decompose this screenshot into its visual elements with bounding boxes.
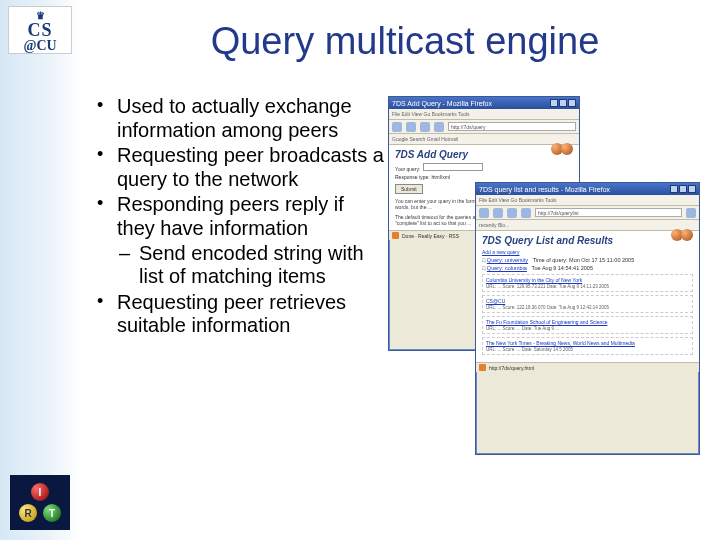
ball-t: T bbox=[43, 504, 61, 522]
window-titlebar: 7DS query list and results - Mozilla Fir… bbox=[476, 183, 699, 195]
ball-r: R bbox=[19, 504, 37, 522]
mascot-icon bbox=[669, 225, 695, 245]
window-title: 7DS Add Query - Mozilla Firefox bbox=[392, 100, 492, 107]
address-bar: http://7ds/querylist bbox=[535, 208, 682, 217]
maximize-icon bbox=[679, 185, 687, 193]
reload-icon bbox=[507, 208, 517, 218]
window-titlebar: 7DS Add Query - Mozilla Firefox bbox=[389, 97, 579, 109]
menubar: File Edit View Go Bookmarks Tools bbox=[476, 195, 699, 206]
logo-irt: I R T bbox=[10, 475, 70, 530]
result-link: The Fu Foundation School of Engineering … bbox=[486, 319, 689, 325]
result-meta: URL: ... Score: 129.95.73.221 Date: Tue … bbox=[486, 284, 609, 289]
status-text: Done · Really Easy · RSS bbox=[402, 233, 459, 239]
label-query: Your query: bbox=[395, 166, 420, 172]
bookmark-icon bbox=[686, 208, 696, 218]
bullet: Used to actually exchange information am… bbox=[95, 95, 385, 142]
query-label: Query: columbia bbox=[487, 265, 527, 271]
status-text: http://7ds/query.html bbox=[489, 365, 534, 371]
slide-body: Used to actually exchange information am… bbox=[95, 95, 385, 340]
query-label: Query: university bbox=[487, 257, 528, 263]
screenshot-query-list: 7DS query list and results - Mozilla Fir… bbox=[475, 182, 700, 455]
result-meta: URL: ... Score: 122.18.36.070 Date: Tue … bbox=[486, 305, 609, 310]
rss-icon bbox=[392, 232, 399, 239]
query-input bbox=[423, 163, 483, 171]
home-icon bbox=[521, 208, 531, 218]
submit-button: Submit bbox=[395, 184, 423, 194]
window-title: 7DS query list and results - Mozilla Fir… bbox=[479, 186, 610, 193]
bullet-text: Responding peers reply if they have info… bbox=[117, 193, 344, 239]
menubar: File Edit View Go Bookmarks Tools bbox=[389, 109, 579, 120]
logo-line2: @CU bbox=[9, 39, 71, 53]
close-icon bbox=[688, 185, 696, 193]
query-time: Tue Aug 9 14:54:41 2005 bbox=[531, 265, 593, 271]
response-value: html/xml bbox=[431, 174, 450, 180]
status-bar: http://7ds/query.html bbox=[476, 362, 699, 372]
window-buttons bbox=[670, 185, 696, 193]
result-meta: URL: ... Score: ... Date: Tue Aug 9 ... bbox=[486, 326, 559, 331]
page-body: 7DS Query List and Results Add a new que… bbox=[476, 231, 699, 362]
minimize-icon bbox=[550, 99, 558, 107]
query-row: □ Query: university Time of query: Mon O… bbox=[482, 257, 693, 263]
result-link: CS@CU bbox=[486, 298, 689, 304]
result-item: The Fu Foundation School of Engineering … bbox=[482, 316, 693, 334]
add-query-link: Add a new query bbox=[482, 249, 520, 255]
bullet: Responding peers reply if they have info… bbox=[95, 193, 385, 288]
sub-bullet: Send encoded string with list of matchin… bbox=[117, 242, 385, 289]
query-time: Time of query: Mon Oct 17 15:11:00 2005 bbox=[533, 257, 635, 263]
back-icon bbox=[479, 208, 489, 218]
nav-toolbar: http://7ds/query bbox=[389, 120, 579, 134]
logo-line1: CS bbox=[9, 21, 71, 39]
query-row: □ Query: columbia Tue Aug 9 14:54:41 200… bbox=[482, 265, 693, 271]
address-bar: http://7ds/query bbox=[448, 122, 576, 131]
nav-toolbar: http://7ds/querylist bbox=[476, 206, 699, 220]
reload-icon bbox=[420, 122, 430, 132]
slide-title: Query multicast engine bbox=[110, 20, 700, 63]
sidebar-gradient bbox=[0, 0, 80, 540]
result-item: CS@CU URL: ... Score: 122.18.36.070 Date… bbox=[482, 295, 693, 313]
logo-cs-cu: ♛ CS @CU bbox=[8, 6, 72, 54]
page-heading: 7DS Add Query bbox=[395, 149, 573, 160]
result-link: The New York Times - Breaking News, Worl… bbox=[486, 340, 689, 346]
bullet: Requesting peer broadcasts a query to th… bbox=[95, 144, 385, 191]
forward-icon bbox=[493, 208, 503, 218]
home-icon bbox=[434, 122, 444, 132]
back-icon bbox=[392, 122, 402, 132]
result-link: Columbia University in the City of New Y… bbox=[486, 277, 689, 283]
result-meta: URL: ... Score: ... Date: Saturday 14 5 … bbox=[486, 347, 573, 352]
mascot-icon bbox=[549, 139, 575, 159]
maximize-icon bbox=[559, 99, 567, 107]
close-icon bbox=[568, 99, 576, 107]
minimize-icon bbox=[670, 185, 678, 193]
page-heading: 7DS Query List and Results bbox=[482, 235, 693, 246]
result-item: Columbia University in the City of New Y… bbox=[482, 274, 693, 292]
window-buttons bbox=[550, 99, 576, 107]
label-response: Response type: bbox=[395, 174, 430, 180]
bookmark-bar: recently Blo... bbox=[476, 220, 699, 231]
bullet: Requesting peer retrieves suitable infor… bbox=[95, 291, 385, 338]
ball-i: I bbox=[31, 483, 49, 501]
result-item: The New York Times - Breaking News, Worl… bbox=[482, 337, 693, 355]
forward-icon bbox=[406, 122, 416, 132]
rss-icon bbox=[479, 364, 486, 371]
